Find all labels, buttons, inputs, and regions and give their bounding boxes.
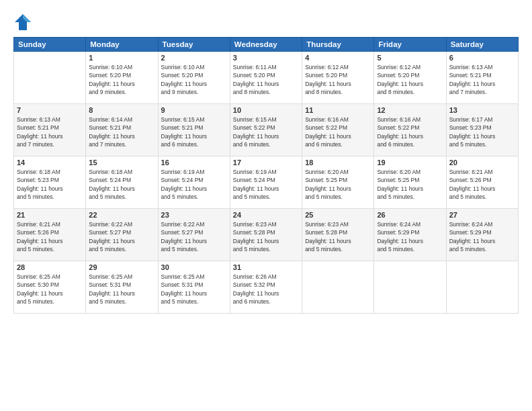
day-info: Sunrise: 6:13 AMSunset: 5:21 PMDaylight:… <box>449 63 515 96</box>
day-number: 25 <box>305 211 371 219</box>
day-number: 22 <box>89 211 154 219</box>
day-info: Sunrise: 6:18 AMSunset: 5:24 PMDaylight:… <box>89 168 154 201</box>
day-cell: 22Sunrise: 6:22 AMSunset: 5:27 PMDayligh… <box>86 209 158 261</box>
day-cell: 4Sunrise: 6:12 AMSunset: 5:20 PMDaylight… <box>302 52 374 104</box>
day-cell: 30Sunrise: 6:25 AMSunset: 5:31 PMDayligh… <box>158 261 230 314</box>
day-cell: 1Sunrise: 6:10 AMSunset: 5:20 PMDaylight… <box>86 52 158 104</box>
day-info: Sunrise: 6:16 AMSunset: 5:22 PMDaylight:… <box>377 116 443 148</box>
day-cell: 25Sunrise: 6:23 AMSunset: 5:28 PMDayligh… <box>302 209 374 261</box>
day-info: Sunrise: 6:23 AMSunset: 5:28 PMDaylight:… <box>305 220 371 253</box>
day-number: 27 <box>449 211 515 219</box>
day-number: 3 <box>233 54 299 62</box>
day-info: Sunrise: 6:20 AMSunset: 5:25 PMDaylight:… <box>377 168 443 201</box>
week-row-2: 7Sunrise: 6:13 AMSunset: 5:21 PMDaylight… <box>14 104 519 156</box>
day-info: Sunrise: 6:22 AMSunset: 5:27 PMDaylight:… <box>161 220 227 253</box>
day-cell: 7Sunrise: 6:13 AMSunset: 5:21 PMDaylight… <box>14 104 86 156</box>
day-cell <box>446 261 518 314</box>
day-info: Sunrise: 6:19 AMSunset: 5:24 PMDaylight:… <box>233 168 299 201</box>
day-info: Sunrise: 6:20 AMSunset: 5:25 PMDaylight:… <box>305 168 371 201</box>
day-info: Sunrise: 6:21 AMSunset: 5:26 PMDaylight:… <box>17 220 83 253</box>
day-info: Sunrise: 6:18 AMSunset: 5:23 PMDaylight:… <box>17 168 83 201</box>
weekday-header-row: SundayMondayTuesdayWednesdayThursdayFrid… <box>14 38 519 52</box>
day-cell <box>302 261 374 314</box>
day-cell: 6Sunrise: 6:13 AMSunset: 5:21 PMDaylight… <box>446 52 518 104</box>
day-number: 15 <box>89 158 154 167</box>
weekday-header-friday: Friday <box>374 38 446 52</box>
day-number: 13 <box>449 106 515 114</box>
day-cell: 28Sunrise: 6:25 AMSunset: 5:30 PMDayligh… <box>14 261 86 314</box>
day-info: Sunrise: 6:22 AMSunset: 5:27 PMDaylight:… <box>89 220 154 253</box>
week-row-4: 21Sunrise: 6:21 AMSunset: 5:26 PMDayligh… <box>14 209 519 261</box>
day-info: Sunrise: 6:15 AMSunset: 5:21 PMDaylight:… <box>161 116 227 148</box>
day-cell <box>14 52 86 104</box>
day-number: 12 <box>377 106 443 114</box>
day-number: 14 <box>17 158 83 167</box>
day-cell: 31Sunrise: 6:26 AMSunset: 5:32 PMDayligh… <box>230 261 302 314</box>
weekday-header-tuesday: Tuesday <box>158 38 230 52</box>
day-number: 11 <box>305 106 371 114</box>
day-number: 19 <box>377 158 443 167</box>
day-info: Sunrise: 6:10 AMSunset: 5:20 PMDaylight:… <box>89 63 154 96</box>
day-cell: 24Sunrise: 6:23 AMSunset: 5:28 PMDayligh… <box>230 209 302 261</box>
week-row-5: 28Sunrise: 6:25 AMSunset: 5:30 PMDayligh… <box>14 261 519 314</box>
day-cell: 27Sunrise: 6:24 AMSunset: 5:29 PMDayligh… <box>446 209 518 261</box>
day-info: Sunrise: 6:19 AMSunset: 5:24 PMDaylight:… <box>161 168 227 201</box>
day-cell <box>374 261 446 314</box>
page: SundayMondayTuesdayWednesdayThursdayFrid… <box>0 0 532 411</box>
day-number: 4 <box>305 54 371 62</box>
day-cell: 8Sunrise: 6:14 AMSunset: 5:21 PMDaylight… <box>86 104 158 156</box>
day-number: 9 <box>161 106 227 114</box>
day-number: 16 <box>161 158 227 167</box>
day-cell: 21Sunrise: 6:21 AMSunset: 5:26 PMDayligh… <box>14 209 86 261</box>
day-cell: 23Sunrise: 6:22 AMSunset: 5:27 PMDayligh… <box>158 209 230 261</box>
day-cell: 26Sunrise: 6:24 AMSunset: 5:29 PMDayligh… <box>374 209 446 261</box>
day-cell: 9Sunrise: 6:15 AMSunset: 5:21 PMDaylight… <box>158 104 230 156</box>
day-number: 2 <box>161 54 227 62</box>
weekday-header-monday: Monday <box>86 38 158 52</box>
day-info: Sunrise: 6:25 AMSunset: 5:30 PMDaylight:… <box>17 273 83 306</box>
day-number: 31 <box>233 263 299 271</box>
day-number: 28 <box>17 263 83 271</box>
day-number: 6 <box>449 54 515 62</box>
day-number: 30 <box>161 263 227 271</box>
day-info: Sunrise: 6:15 AMSunset: 5:22 PMDaylight:… <box>233 116 299 148</box>
day-cell: 2Sunrise: 6:10 AMSunset: 5:20 PMDaylight… <box>158 52 230 104</box>
weekday-header-saturday: Saturday <box>446 38 518 52</box>
weekday-header-thursday: Thursday <box>302 38 374 52</box>
day-number: 10 <box>233 106 299 114</box>
day-cell: 29Sunrise: 6:25 AMSunset: 5:31 PMDayligh… <box>86 261 158 314</box>
day-info: Sunrise: 6:25 AMSunset: 5:31 PMDaylight:… <box>89 273 154 306</box>
day-cell: 17Sunrise: 6:19 AMSunset: 5:24 PMDayligh… <box>230 156 302 209</box>
calendar: SundayMondayTuesdayWednesdayThursdayFrid… <box>13 37 519 314</box>
day-cell: 13Sunrise: 6:17 AMSunset: 5:23 PMDayligh… <box>446 104 518 156</box>
logo-icon <box>13 13 32 32</box>
day-info: Sunrise: 6:11 AMSunset: 5:20 PMDaylight:… <box>233 63 299 96</box>
day-info: Sunrise: 6:25 AMSunset: 5:31 PMDaylight:… <box>161 273 227 306</box>
day-info: Sunrise: 6:12 AMSunset: 5:20 PMDaylight:… <box>305 63 371 96</box>
day-cell: 12Sunrise: 6:16 AMSunset: 5:22 PMDayligh… <box>374 104 446 156</box>
day-number: 21 <box>17 211 83 219</box>
day-cell: 5Sunrise: 6:12 AMSunset: 5:20 PMDaylight… <box>374 52 446 104</box>
day-cell: 11Sunrise: 6:16 AMSunset: 5:22 PMDayligh… <box>302 104 374 156</box>
day-number: 17 <box>233 158 299 167</box>
day-info: Sunrise: 6:17 AMSunset: 5:23 PMDaylight:… <box>449 116 515 148</box>
day-number: 23 <box>161 211 227 219</box>
day-number: 5 <box>377 54 443 62</box>
week-row-1: 1Sunrise: 6:10 AMSunset: 5:20 PMDaylight… <box>14 52 519 104</box>
day-number: 18 <box>305 158 371 167</box>
day-cell: 3Sunrise: 6:11 AMSunset: 5:20 PMDaylight… <box>230 52 302 104</box>
week-row-3: 14Sunrise: 6:18 AMSunset: 5:23 PMDayligh… <box>14 156 519 209</box>
day-info: Sunrise: 6:23 AMSunset: 5:28 PMDaylight:… <box>233 220 299 253</box>
day-info: Sunrise: 6:24 AMSunset: 5:29 PMDaylight:… <box>449 220 515 253</box>
day-cell: 19Sunrise: 6:20 AMSunset: 5:25 PMDayligh… <box>374 156 446 209</box>
day-cell: 16Sunrise: 6:19 AMSunset: 5:24 PMDayligh… <box>158 156 230 209</box>
day-cell: 14Sunrise: 6:18 AMSunset: 5:23 PMDayligh… <box>14 156 86 209</box>
day-info: Sunrise: 6:10 AMSunset: 5:20 PMDaylight:… <box>161 63 227 96</box>
day-number: 8 <box>89 106 154 114</box>
day-info: Sunrise: 6:16 AMSunset: 5:22 PMDaylight:… <box>305 116 371 148</box>
day-info: Sunrise: 6:21 AMSunset: 5:26 PMDaylight:… <box>449 168 515 201</box>
day-info: Sunrise: 6:26 AMSunset: 5:32 PMDaylight:… <box>233 273 299 306</box>
day-number: 29 <box>89 263 154 271</box>
day-cell: 10Sunrise: 6:15 AMSunset: 5:22 PMDayligh… <box>230 104 302 156</box>
header <box>13 10 519 32</box>
